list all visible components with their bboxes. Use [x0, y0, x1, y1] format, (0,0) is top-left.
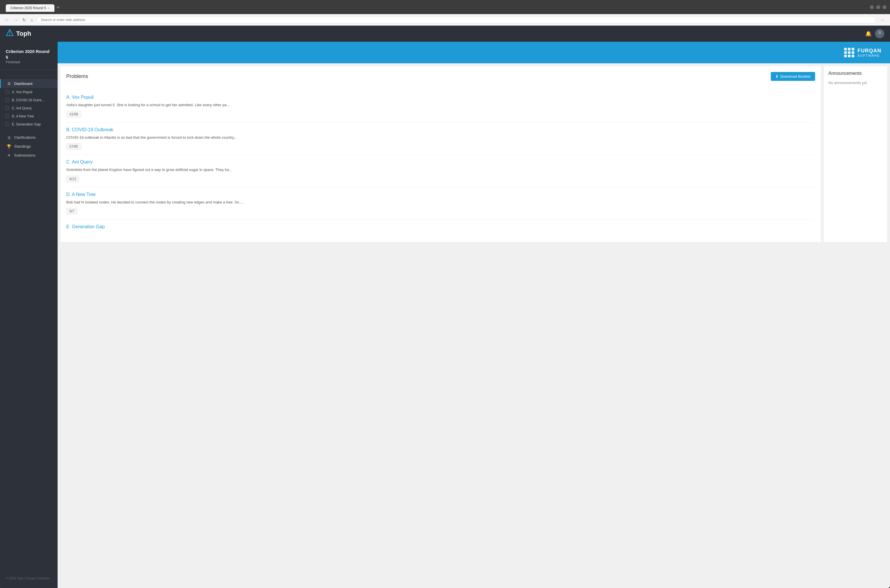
- problem-e-link[interactable]: E. Generation Gap: [66, 224, 815, 230]
- announcements-title: Announcements: [828, 71, 882, 76]
- home-button[interactable]: ⌂: [29, 16, 35, 23]
- download-icon: ⬇: [775, 74, 779, 79]
- problem-e-checkbox[interactable]: [6, 123, 9, 126]
- problem-card-b: B. COVID-19 Outbreak COVID-19 outbreak i…: [66, 123, 815, 155]
- main-content: FURQAN SOFTWARE Problems ⬇ Download Bo: [58, 42, 890, 588]
- sponsor-logo: FURQAN SOFTWARE: [844, 48, 881, 57]
- grid-dot-5: [848, 51, 851, 54]
- tab-title: Criterion 2020 Round 5: [11, 6, 46, 10]
- contest-title-block: Criterion 2020 Round 5 Finished: [0, 46, 58, 70]
- window-controls: − □ ×: [870, 5, 887, 9]
- close-button[interactable]: ×: [882, 5, 887, 9]
- sidebar: Criterion 2020 Round 5 Finished ⊙ Dashbo…: [0, 42, 58, 588]
- grid-dot-9: [852, 55, 854, 57]
- download-booklet-button[interactable]: ⬇ Download Booklet: [771, 72, 815, 81]
- grid-dot-3: [852, 48, 854, 50]
- maximize-button[interactable]: □: [876, 5, 880, 9]
- problem-d-desc: Bob had N isolated nodes. He decided to …: [66, 200, 815, 205]
- problem-c-link[interactable]: C. Ant Query: [66, 159, 815, 165]
- new-tab-button[interactable]: +: [54, 3, 62, 12]
- refresh-button[interactable]: ↻: [21, 16, 28, 23]
- announcements-section: Announcements No announcements yet: [824, 66, 887, 242]
- sponsor-banner: FURQAN SOFTWARE: [58, 42, 890, 63]
- contest-name: Criterion 2020 Round 5: [6, 49, 52, 60]
- problem-a-label: A. Vox Populi: [12, 90, 32, 94]
- sidebar-item-dashboard[interactable]: ⊙ Dashboard: [0, 79, 58, 88]
- problem-card-e: E. Generation Gap: [66, 220, 815, 236]
- download-btn-label: Download Booklet: [780, 74, 810, 79]
- problem-b-desc: COVID-19 outbreak in Atlantis is so bad …: [66, 135, 815, 141]
- standings-label: Standings: [14, 144, 31, 148]
- problem-c-label: C. Ant Query: [12, 106, 32, 110]
- forward-button[interactable]: →: [12, 16, 20, 23]
- sidebar-problem-c[interactable]: C. Ant Query: [0, 104, 58, 112]
- problem-a-link[interactable]: A. Vox Populi: [66, 95, 815, 100]
- problem-b-link[interactable]: B. COVID-19 Outbreak: [66, 127, 815, 132]
- grid-dot-4: [844, 51, 847, 54]
- sidebar-footer: © 2020 Toph | Furqan Software: [0, 573, 58, 584]
- problem-b-stat: 57/85: [66, 143, 81, 150]
- submissions-label: Submissions: [14, 153, 35, 158]
- section-header: Problems ⬇ Download Booklet: [66, 72, 815, 84]
- problem-c-checkbox[interactable]: [6, 106, 9, 110]
- sidebar-problem-b[interactable]: B. COVID-19 Outre...: [0, 96, 58, 104]
- grid-dot-6: [852, 51, 854, 54]
- tab-bar: Criterion 2020 Round 5 × +: [3, 2, 867, 12]
- sidebar-divider: [6, 75, 52, 76]
- problem-d-checkbox[interactable]: [6, 114, 9, 118]
- problem-d-stat: 5/7: [66, 208, 77, 215]
- sidebar-problem-e[interactable]: E. Generation Gap: [0, 120, 58, 128]
- address-bar: ← → ↻ ⌂ ···: [0, 14, 890, 26]
- problem-b-checkbox[interactable]: [6, 98, 9, 102]
- header-right: 🔔: [865, 29, 884, 38]
- sponsor-grid-icon: [844, 48, 855, 57]
- nav-buttons: ← → ↻ ⌂: [3, 16, 35, 23]
- problem-a-checkbox[interactable]: [6, 90, 9, 93]
- problems-section-title: Problems: [66, 74, 88, 80]
- toph-logo-icon: [6, 29, 14, 39]
- more-button[interactable]: ···: [878, 16, 887, 23]
- grid-dot-1: [844, 48, 847, 50]
- active-tab[interactable]: Criterion 2020 Round 5 ×: [6, 4, 54, 12]
- avatar-image: [875, 29, 884, 38]
- tab-close-icon[interactable]: ×: [48, 6, 50, 10]
- problem-d-link[interactable]: D. A New Tree: [66, 192, 815, 197]
- app-body: Criterion 2020 Round 5 Finished ⊙ Dashbo…: [0, 42, 890, 588]
- sidebar-item-standings[interactable]: 🏆 Standings: [0, 142, 58, 151]
- sponsor-sub: SOFTWARE: [857, 54, 881, 57]
- sidebar-item-submissions[interactable]: ✈ Submissions: [0, 151, 58, 160]
- app: Toph 🔔 Criterion 2020 Round 5 Finished ⊙: [0, 26, 890, 588]
- contest-status: Finished: [6, 60, 52, 65]
- minimize-button[interactable]: −: [870, 5, 874, 9]
- notification-bell-icon[interactable]: 🔔: [865, 30, 872, 37]
- content-area: Problems ⬇ Download Booklet A. Vox Popul…: [58, 63, 890, 245]
- clarifications-icon: ◎: [7, 135, 11, 140]
- user-avatar[interactable]: [875, 29, 884, 38]
- grid-dot-7: [844, 55, 847, 57]
- app-header: Toph 🔔: [0, 26, 890, 42]
- url-input[interactable]: [37, 16, 876, 23]
- problem-a-desc: Asfia's daughter just turned 5. She is l…: [66, 102, 815, 108]
- dashboard-icon: ⊙: [7, 81, 11, 86]
- problem-c-stat: 6/12: [66, 176, 79, 183]
- sidebar-problem-a[interactable]: A. Vox Populi: [0, 88, 58, 96]
- submissions-icon: ✈: [7, 153, 11, 158]
- announcements-empty: No announcements yet: [828, 81, 882, 85]
- sidebar-problem-d[interactable]: D. A New Tree: [0, 112, 58, 120]
- grid-dot-2: [848, 48, 851, 50]
- sponsor-text-block: FURQAN SOFTWARE: [857, 48, 881, 57]
- problem-card-a: A. Vox Populi Asfia's daughter just turn…: [66, 90, 815, 123]
- problem-card-d: D. A New Tree Bob had N isolated nodes. …: [66, 188, 815, 220]
- problem-e-label: E. Generation Gap: [12, 122, 41, 126]
- grid-dot-8: [848, 55, 851, 57]
- browser-frame: Criterion 2020 Round 5 × + − □ × ← → ↻ ⌂…: [0, 0, 890, 588]
- dashboard-label: Dashboard: [14, 81, 33, 86]
- sponsor-name: FURQAN: [857, 48, 881, 54]
- sidebar-item-clarifications[interactable]: ◎ Clarifications: [0, 133, 58, 142]
- problem-card-c: C. Ant Query Scientists from the planet …: [66, 155, 815, 188]
- back-button[interactable]: ←: [3, 16, 11, 23]
- problem-c-desc: Scientists from the planet Krypton have …: [66, 167, 815, 172]
- footer-text: © 2020 Toph | Furqan Software: [6, 576, 50, 580]
- app-logo: Toph: [6, 29, 31, 39]
- app-name: Toph: [16, 30, 31, 38]
